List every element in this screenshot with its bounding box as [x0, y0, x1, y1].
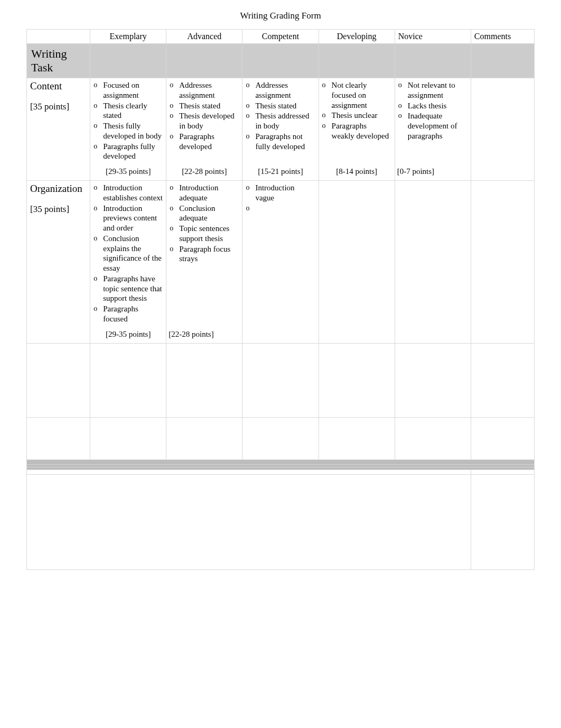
bullet-text: Not clearly focused on assignment	[332, 80, 391, 110]
criteria-cell: Organization [35 points]	[27, 181, 90, 344]
criteria-cell: Content [35 points]	[27, 78, 90, 181]
range-row	[27, 433, 535, 459]
bullet-text: Introduction vague	[255, 183, 315, 203]
points-range	[242, 327, 319, 344]
bullet-text: Thesis stated	[179, 101, 220, 111]
points-range	[319, 433, 395, 459]
bullet-text: Thesis developed in body	[179, 111, 239, 131]
criteria-cell	[27, 343, 90, 417]
criteria-label: Organization	[30, 183, 87, 195]
bullet-text: Topic sentences support thesis	[179, 224, 239, 244]
criteria-points: [35 points]	[30, 204, 87, 215]
rubric-table: Exemplary Advanced Competent Developing …	[26, 29, 535, 570]
blank-cell	[471, 474, 534, 569]
header-exemplary: Exemplary	[90, 30, 166, 44]
section-header-row: Writing Task	[27, 44, 535, 78]
table-row	[27, 343, 535, 371]
bullet-icon: o	[94, 121, 103, 131]
general-comments-label	[27, 469, 471, 474]
rubric-cell	[90, 343, 166, 371]
bullet-text: Thesis fully developed in body	[103, 121, 163, 141]
points-range: [15-21 points]	[242, 164, 319, 181]
points-range	[90, 433, 166, 459]
bullet-text: Conclusion explains the significance of …	[103, 234, 163, 273]
bullet-text: Thesis stated	[255, 101, 296, 111]
bullet-text: Thesis addressed in body	[255, 111, 315, 131]
score-title-row	[27, 459, 535, 464]
points-range: [29-35 points]	[90, 164, 166, 181]
bullet-icon: o	[94, 80, 103, 90]
bullet-text: Inadequate development of paragraphs	[408, 111, 467, 141]
header-competent: Competent	[242, 30, 319, 44]
rubric-cell: oNot relevant to assignment oLacks thesi…	[395, 78, 471, 164]
header-developing: Developing	[319, 30, 395, 44]
general-comments-label-row	[27, 469, 535, 474]
points-range	[90, 371, 166, 417]
header-comments: Comments	[471, 30, 534, 44]
bullet-text: Addresses assignment	[255, 80, 315, 100]
table-row: Organization [35 points] oIntroduction e…	[27, 181, 535, 327]
points-range: [8-14 points]	[319, 164, 395, 181]
general-comments-box[interactable]	[27, 474, 471, 569]
bullet-text: Thesis clearly stated	[103, 101, 163, 121]
rubric-cell	[166, 343, 242, 371]
rubric-cell: oNot clearly focused on assignment oThes…	[319, 78, 395, 164]
rubric-cell	[242, 417, 319, 433]
rubric-cell: oAddresses assignment oThesis stated oTh…	[166, 78, 242, 164]
points-range	[166, 433, 242, 459]
rubric-cell	[395, 417, 471, 433]
criteria-cell	[27, 417, 90, 459]
rubric-cell	[319, 181, 395, 327]
bullet-text: Thesis unclear	[332, 110, 378, 121]
header-blank	[27, 30, 90, 44]
bullet-icon: o	[94, 101, 103, 110]
points-range: [22-28 points]	[166, 164, 242, 181]
general-comments-row	[27, 474, 535, 569]
criteria-points: [35 points]	[30, 102, 87, 112]
bullet-text: Introduction establishes context	[103, 183, 163, 203]
points-range	[242, 371, 319, 417]
rubric-cell	[90, 417, 166, 433]
bullet-icon: o	[94, 142, 103, 151]
rubric-cell	[395, 343, 471, 371]
rubric-cell	[166, 417, 242, 433]
rubric-cell: oIntroduction adequate oConclusion adequ…	[166, 181, 242, 327]
bullet-text: Paragraphs not fully developed	[255, 132, 315, 152]
rubric-cell	[242, 343, 319, 371]
rubric-cell	[395, 181, 471, 327]
points-range	[319, 371, 395, 417]
comments-cell[interactable]	[471, 78, 534, 181]
rubric-cell: oFocused on assignment oThesis clearly s…	[90, 78, 166, 164]
header-row: Exemplary Advanced Competent Developing …	[27, 30, 535, 44]
header-advanced: Advanced	[166, 30, 242, 44]
bullet-text: Addresses assignment	[179, 80, 239, 100]
rubric-cell: oAddresses assignment oThesis stated oTh…	[242, 78, 319, 164]
points-range	[166, 371, 242, 417]
header-novice: Novice	[395, 30, 471, 44]
points-range: [22-28 points]	[166, 327, 242, 344]
score-title	[27, 459, 535, 464]
table-row	[27, 417, 535, 433]
points-range	[395, 371, 471, 417]
bullet-text: Lacks thesis	[408, 101, 447, 111]
bullet-text: Introduction previews content and order	[103, 204, 163, 233]
page-title: Writing Grading Form	[26, 11, 535, 21]
comments-cell[interactable]	[471, 181, 534, 344]
bullet-text: Paragraph focus strays	[179, 244, 239, 264]
bullet-text: Conclusion adequate	[179, 204, 239, 224]
points-range	[242, 433, 319, 459]
table-row: Content [35 points] oFocused on assignme…	[27, 78, 535, 164]
rubric-cell	[319, 417, 395, 433]
bullet-text: Paragraphs have topic sentence that supp…	[103, 274, 163, 303]
bullet-text: Introduction adequate	[179, 183, 239, 203]
bullet-text: Paragraphs weakly developed	[332, 121, 391, 141]
points-range: [0-7 points]	[395, 164, 471, 181]
bullet-list: oFocused on assignment oThesis clearly s…	[94, 80, 163, 161]
comments-cell[interactable]	[471, 417, 534, 459]
bullet-text: Focused on assignment	[103, 80, 163, 100]
comments-cell[interactable]	[471, 343, 534, 417]
criteria-label: Content	[30, 80, 87, 92]
bullet-text: Paragraphs focused	[103, 304, 163, 324]
blank-cell	[471, 469, 534, 474]
range-row: [29-35 points] [22-28 points] [15-21 poi…	[27, 164, 535, 181]
